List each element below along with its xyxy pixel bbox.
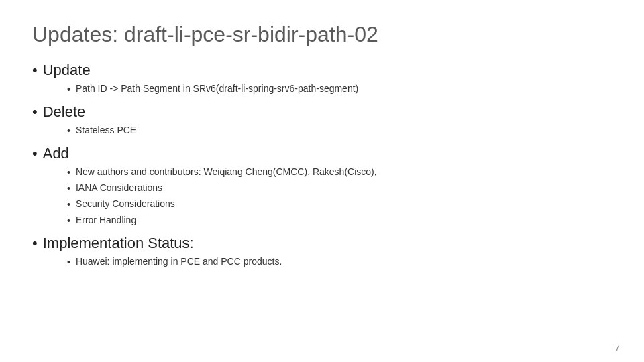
section-impl-label: Implementation Status: bbox=[43, 235, 194, 252]
slide-title: Updates: draft-li-pce-sr-bidir-path-02 bbox=[32, 21, 612, 47]
section-delete-items: • Stateless PCE bbox=[32, 123, 612, 138]
list-item: • Error Handling bbox=[67, 213, 612, 228]
bullet-delete: • bbox=[32, 103, 38, 121]
delete-item-1: Stateless PCE bbox=[76, 123, 136, 137]
page-number: 7 bbox=[615, 343, 620, 353]
sub-bullet: • bbox=[67, 198, 70, 212]
section-add-label: Add bbox=[43, 145, 69, 162]
list-item: • New authors and contributors: Weiqiang… bbox=[67, 165, 612, 180]
section-update-label: Update bbox=[43, 62, 91, 79]
add-item-3: Security Considerations bbox=[76, 197, 175, 211]
sub-bullet: • bbox=[67, 214, 70, 228]
slide: Updates: draft-li-pce-sr-bidir-path-02 •… bbox=[0, 0, 644, 362]
update-item-1: Path ID -> Path Segment in SRv6(draft-li… bbox=[76, 82, 358, 96]
section-add: • Add • New authors and contributors: We… bbox=[32, 145, 612, 228]
sub-bullet: • bbox=[67, 182, 70, 196]
sub-bullet: • bbox=[67, 166, 70, 180]
section-impl: • Implementation Status: • Huawei: imple… bbox=[32, 235, 612, 269]
list-item: • Stateless PCE bbox=[67, 123, 612, 138]
bullet-impl: • bbox=[32, 235, 38, 252]
bullet-add: • bbox=[32, 145, 38, 162]
sub-bullet: • bbox=[67, 124, 70, 138]
list-item: • Huawei: implementing in PCE and PCC pr… bbox=[67, 255, 612, 269]
section-delete-label: Delete bbox=[43, 103, 86, 121]
slide-content: • Update • Path ID -> Path Segment in SR… bbox=[32, 62, 612, 349]
bullet-update: • bbox=[32, 62, 38, 79]
add-item-2: IANA Considerations bbox=[76, 181, 162, 195]
sub-bullet: • bbox=[67, 255, 70, 269]
list-item: • Security Considerations bbox=[67, 197, 612, 212]
add-item-1: New authors and contributors: Weiqiang C… bbox=[76, 165, 377, 179]
impl-item-1: Huawei: implementing in PCE and PCC prod… bbox=[76, 255, 282, 269]
section-update-items: • Path ID -> Path Segment in SRv6(draft-… bbox=[32, 82, 612, 97]
section-impl-items: • Huawei: implementing in PCE and PCC pr… bbox=[32, 255, 612, 269]
list-item: • Path ID -> Path Segment in SRv6(draft-… bbox=[67, 82, 612, 97]
section-delete: • Delete • Stateless PCE bbox=[32, 103, 612, 138]
add-item-4: Error Handling bbox=[76, 213, 136, 227]
list-item: • IANA Considerations bbox=[67, 181, 612, 196]
section-add-items: • New authors and contributors: Weiqiang… bbox=[32, 165, 612, 228]
sub-bullet: • bbox=[67, 82, 70, 97]
section-update: • Update • Path ID -> Path Segment in SR… bbox=[32, 62, 612, 97]
